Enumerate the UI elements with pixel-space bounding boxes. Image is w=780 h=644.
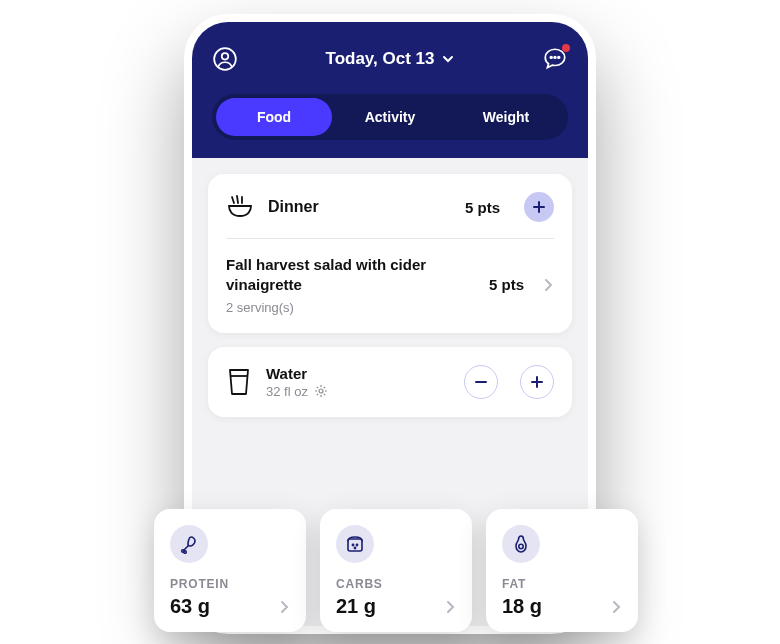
- svg-point-12: [519, 544, 523, 548]
- macro-carbs[interactable]: CARBS 21 g: [320, 509, 472, 632]
- tab-weight[interactable]: Weight: [448, 98, 564, 136]
- date-label: Today, Oct 13: [326, 49, 435, 69]
- water-row: Water 32 fl oz: [226, 365, 554, 399]
- bowl-icon: [226, 193, 254, 221]
- macro-value: 63 g: [170, 595, 210, 618]
- notification-dot: [562, 44, 570, 52]
- meal-header: Dinner 5 pts: [226, 192, 554, 222]
- add-food-button[interactable]: [524, 192, 554, 222]
- profile-icon[interactable]: [212, 46, 238, 72]
- meal-title: Dinner: [268, 198, 451, 216]
- water-plus-button[interactable]: [520, 365, 554, 399]
- avocado-icon: [502, 525, 540, 563]
- plus-icon: [532, 200, 546, 214]
- content-area: Dinner 5 pts Fall harvest salad with cid…: [192, 158, 588, 447]
- chevron-right-icon: [280, 600, 290, 614]
- water-title: Water: [266, 365, 442, 382]
- chevron-right-icon: [446, 600, 456, 614]
- macro-fat[interactable]: FAT 18 g: [486, 509, 638, 632]
- food-item[interactable]: Fall harvest salad with cider vinaigrett…: [226, 255, 554, 315]
- food-servings: 2 serving(s): [226, 300, 479, 315]
- svg-point-2: [550, 57, 552, 59]
- bread-icon: [336, 525, 374, 563]
- meal-points: 5 pts: [465, 199, 500, 216]
- water-info: Water 32 fl oz: [266, 365, 442, 399]
- svg-point-7: [184, 551, 187, 554]
- top-bar: Today, Oct 13: [212, 46, 568, 72]
- food-info: Fall harvest salad with cider vinaigrett…: [226, 255, 479, 315]
- plus-icon: [530, 375, 544, 389]
- water-card: Water 32 fl oz: [208, 347, 572, 417]
- chevron-down-icon: [442, 53, 454, 65]
- macro-label: FAT: [502, 577, 622, 591]
- svg-point-4: [558, 57, 560, 59]
- drumstick-icon: [170, 525, 208, 563]
- macro-value: 21 g: [336, 595, 376, 618]
- macro-label: PROTEIN: [170, 577, 290, 591]
- divider: [226, 238, 554, 239]
- svg-point-11: [354, 547, 355, 548]
- svg-point-3: [554, 57, 556, 59]
- macro-protein[interactable]: PROTEIN 63 g: [154, 509, 306, 632]
- svg-point-10: [356, 544, 357, 545]
- tab-food[interactable]: Food: [216, 98, 332, 136]
- date-selector[interactable]: Today, Oct 13: [326, 49, 455, 69]
- food-points: 5 pts: [489, 276, 524, 293]
- macro-label: CARBS: [336, 577, 456, 591]
- macro-value: 18 g: [502, 595, 542, 618]
- chevron-right-icon: [544, 278, 554, 292]
- water-subtitle: 32 fl oz: [266, 384, 442, 399]
- macros-row: PROTEIN 63 g CARBS 21 g FAT 18 g: [154, 509, 638, 632]
- svg-point-9: [352, 544, 353, 545]
- chevron-right-icon: [612, 600, 622, 614]
- tab-bar: Food Activity Weight: [212, 94, 568, 140]
- chat-icon[interactable]: [542, 46, 568, 72]
- tab-activity[interactable]: Activity: [332, 98, 448, 136]
- food-name: Fall harvest salad with cider vinaigrett…: [226, 255, 479, 296]
- cup-icon: [226, 367, 252, 397]
- water-amount: 32 fl oz: [266, 384, 308, 399]
- app-header: Today, Oct 13 Food Activity Weight: [192, 22, 588, 158]
- gear-icon[interactable]: [314, 384, 328, 398]
- svg-point-5: [319, 389, 323, 393]
- water-minus-button[interactable]: [464, 365, 498, 399]
- svg-point-1: [222, 53, 229, 60]
- minus-icon: [474, 375, 488, 389]
- meal-card: Dinner 5 pts Fall harvest salad with cid…: [208, 174, 572, 333]
